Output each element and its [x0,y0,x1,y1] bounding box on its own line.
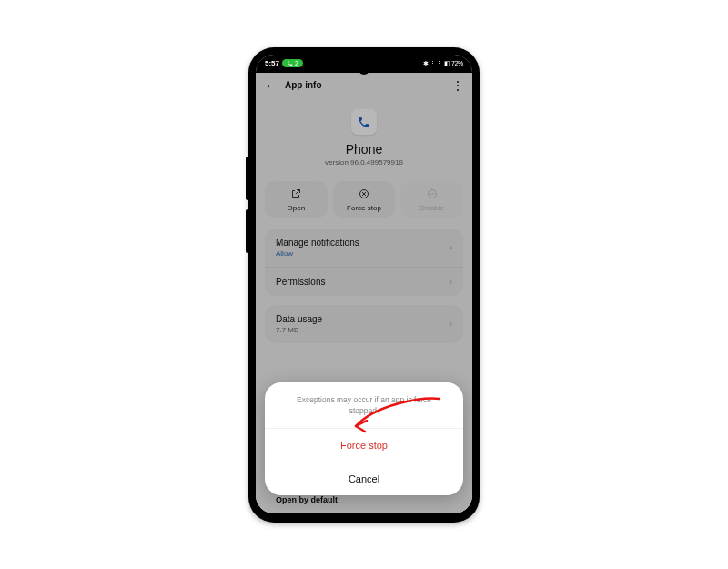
action-row: Open Force stop Disable [256,172,472,229]
phone-app-icon [357,115,371,129]
header: ← App info ⋮ [256,73,472,97]
dialog-message: Exceptions may occur if an app is force … [265,382,463,428]
open-label: Open [288,204,306,212]
data-usage-title: Data usage [276,314,322,324]
manage-notifications-row[interactable]: Manage notifications Allow › [265,229,463,268]
back-icon[interactable]: ← [265,78,278,93]
phone-frame: 5:57 2 ✱ ⋮⋮ ◧ 72% ← App info ⋮ [248,47,480,523]
status-icons: ✱ ⋮⋮ ◧ 72% [423,60,463,67]
volume-down-button [246,209,248,253]
data-usage-row[interactable]: Data usage 7.7 MB › [265,305,463,343]
front-camera [359,64,369,75]
chevron-right-icon: › [450,277,452,287]
disable-icon [427,188,438,201]
call-pill: 2 [282,59,303,67]
open-by-default-peek: Open by default [265,493,463,508]
force-stop-icon [359,188,369,201]
force-stop-dialog: Exceptions may occur if an app is force … [265,382,463,495]
more-icon[interactable]: ⋮ [451,78,463,93]
open-button[interactable]: Open [265,181,328,218]
volume-up-button [246,157,248,200]
force-stop-button[interactable]: Force stop [333,181,396,218]
open-by-default-title: Open by default [276,495,338,504]
manage-notifications-title: Manage notifications [276,238,359,248]
open-icon [290,188,301,201]
chevron-right-icon: › [450,319,452,329]
settings-card-2: Data usage 7.7 MB › [265,305,463,343]
call-pill-text: 2 [295,60,298,66]
permissions-row[interactable]: Permissions › [265,268,463,296]
settings-card-1: Manage notifications Allow › Permissions… [265,229,463,296]
svg-point-1 [428,189,436,198]
dialog-confirm-button[interactable]: Force stop [265,428,463,462]
app-version: version 96.0.499579918 [325,158,403,167]
dialog-cancel-button[interactable]: Cancel [265,462,463,495]
app-name: Phone [346,142,382,157]
force-stop-label: Force stop [347,204,381,212]
data-usage-sub: 7.7 MB [276,326,322,334]
status-right-text: ✱ ⋮⋮ ◧ 72% [423,60,463,67]
manage-notifications-sub: Allow [276,249,359,258]
svg-point-0 [360,189,369,198]
phone-icon [287,60,293,66]
clock: 5:57 [265,59,279,67]
disable-button: Disable [400,181,463,218]
permissions-title: Permissions [276,277,325,287]
screen: 5:57 2 ✱ ⋮⋮ ◧ 72% ← App info ⋮ [256,55,472,513]
app-summary: Phone version 96.0.499579918 [256,97,472,172]
page-title: App info [285,80,322,90]
chevron-right-icon: › [450,242,452,252]
disable-label: Disable [420,204,444,212]
app-icon [351,109,377,135]
